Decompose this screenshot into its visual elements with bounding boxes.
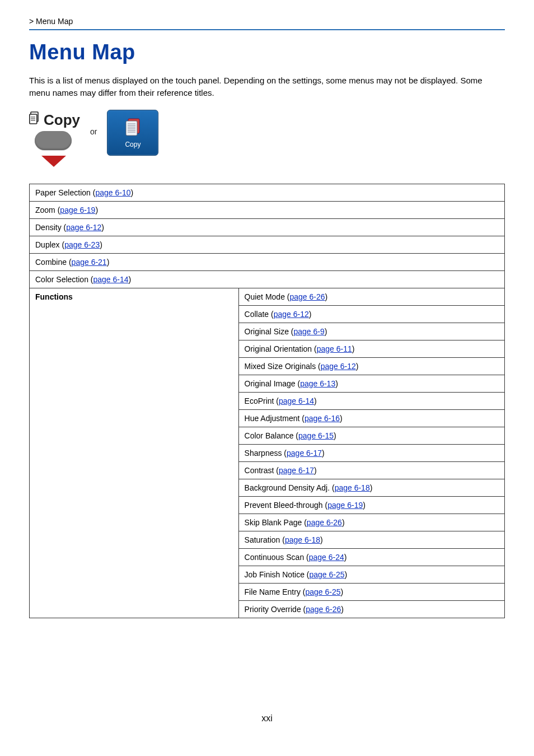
table-cell: File Name Entry (page 6-25)	[238, 583, 504, 600]
page-link[interactable]: page 6-14	[93, 275, 129, 284]
page-link[interactable]: page 6-13	[300, 379, 335, 388]
page-link[interactable]: page 6-18	[335, 483, 370, 492]
menu-item-label: File Name Entry (	[245, 587, 306, 596]
page-link[interactable]: page 6-23	[64, 240, 100, 249]
menu-item-label: Quiet Mode (	[245, 292, 290, 301]
page-link[interactable]: page 6-10	[95, 188, 130, 197]
page-link[interactable]: page 6-15	[298, 431, 334, 440]
menu-item-label: Continuous Scan (	[245, 553, 309, 562]
copy-doc-icon	[29, 111, 40, 125]
breadcrumb: > Menu Map	[29, 17, 505, 29]
menu-item-label: Contrast (	[245, 466, 279, 475]
table-row: Zoom (page 6-19)	[30, 201, 505, 218]
menu-table: Paper Selection (page 6-10)Zoom (page 6-…	[29, 184, 505, 618]
page-link[interactable]: page 6-25	[305, 587, 340, 596]
table-cell: Sharpness (page 6-17)	[238, 444, 504, 461]
table-cell: Zoom (page 6-19)	[30, 201, 505, 218]
page-link[interactable]: page 6-12	[274, 310, 309, 319]
menu-item-label: Collate (	[245, 310, 274, 319]
menu-item-label: Hue Adjustment (	[245, 414, 305, 423]
menu-item-label: Density (	[35, 223, 66, 232]
table-cell: Continuous Scan (page 6-24)	[238, 548, 504, 566]
menu-item-label: Duplex (	[35, 240, 64, 249]
table-row: Paper Selection (page 6-10)	[30, 184, 505, 201]
table-cell: Job Finish Notice (page 6-25)	[238, 566, 504, 583]
table-cell: Skip Blank Page (page 6-26)	[238, 514, 504, 531]
page-link[interactable]: page 6-9	[293, 327, 324, 336]
menu-item-label: Paper Selection (	[35, 188, 95, 197]
table-cell: Color Balance (page 6-15)	[238, 427, 504, 444]
menu-item-label: Background Density Adj. (	[245, 483, 335, 492]
page-link[interactable]: page 6-12	[321, 362, 356, 371]
menu-item-label: Prevent Bleed-through (	[245, 501, 328, 510]
menu-item-label: Color Selection (	[35, 275, 93, 284]
menu-item-label: Saturation (	[245, 535, 285, 544]
intro-text: This is a list of menus displayed on the…	[29, 74, 505, 99]
page-link[interactable]: page 6-25	[309, 570, 344, 579]
copy-softkey[interactable]: Copy	[107, 110, 158, 156]
paper-stack-icon	[122, 117, 143, 138]
hardkey-button[interactable]	[35, 131, 72, 150]
menu-item-label: Zoom (	[35, 206, 60, 214]
table-cell: Quiet Mode (page 6-26)	[238, 288, 504, 305]
functions-label-cell: Functions	[30, 288, 239, 618]
copy-controls: Copy or Copy	[29, 111, 505, 167]
table-cell: Hue Adjustment (page 6-16)	[238, 409, 504, 427]
menu-item-label: EcoPrint (	[245, 396, 279, 405]
table-cell: Combine (page 6-21)	[30, 253, 505, 270]
table-cell: EcoPrint (page 6-14)	[238, 392, 504, 409]
table-cell: Saturation (page 6-18)	[238, 531, 504, 548]
page-title: Menu Map	[29, 40, 505, 64]
or-label: or	[90, 127, 97, 136]
table-cell: Background Density Adj. (page 6-18)	[238, 479, 504, 496]
page-link[interactable]: page 6-16	[305, 414, 340, 423]
table-cell: Paper Selection (page 6-10)	[30, 184, 505, 201]
menu-item-label: Sharpness (	[245, 449, 287, 458]
menu-item-label: Skip Blank Page (	[245, 518, 307, 527]
menu-item-label: Mixed Size Originals (	[245, 362, 321, 371]
page-number: xxi	[29, 713, 505, 724]
svg-rect-6	[126, 121, 137, 136]
page-link[interactable]: page 6-26	[307, 518, 342, 527]
page-link[interactable]: page 6-17	[287, 449, 322, 458]
table-cell: Prevent Bleed-through (page 6-19)	[238, 496, 504, 514]
copy-softkey-label: Copy	[125, 141, 140, 148]
copy-hardkey: Copy	[29, 111, 80, 167]
divider	[29, 29, 505, 30]
copy-hardkey-label: Copy	[44, 111, 80, 129]
table-row: Combine (page 6-21)	[30, 253, 505, 270]
menu-item-label: Color Balance (	[245, 431, 299, 440]
table-cell: Duplex (page 6-23)	[30, 236, 505, 253]
menu-item-label: Job Finish Notice (	[245, 570, 310, 579]
table-row: Color Selection (page 6-14)	[30, 270, 505, 288]
menu-item-label: Original Size (	[245, 327, 294, 336]
table-row: Density (page 6-12)	[30, 218, 505, 236]
page-link[interactable]: page 6-26	[289, 292, 325, 301]
page-link[interactable]: page 6-18	[285, 535, 320, 544]
page-link[interactable]: page 6-26	[306, 605, 341, 614]
menu-item-label: Original Image (	[245, 379, 301, 388]
table-cell: Collate (page 6-12)	[238, 305, 504, 323]
table-row: FunctionsQuiet Mode (page 6-26)	[30, 288, 505, 305]
page-link[interactable]: page 6-12	[66, 223, 101, 232]
table-cell: Original Size (page 6-9)	[238, 323, 504, 340]
menu-item-label: Priority Override (	[245, 605, 306, 614]
table-cell: Mixed Size Originals (page 6-12)	[238, 357, 504, 375]
table-cell: Priority Override (page 6-26)	[238, 600, 504, 618]
table-cell: Density (page 6-12)	[30, 218, 505, 236]
page-link[interactable]: page 6-24	[309, 553, 344, 562]
table-row: Duplex (page 6-23)	[30, 236, 505, 253]
table-cell: Original Image (page 6-13)	[238, 375, 504, 392]
table-cell: Color Selection (page 6-14)	[30, 270, 505, 288]
menu-item-label: Combine (	[35, 258, 72, 267]
table-cell: Original Orientation (page 6-11)	[238, 340, 504, 357]
page-link[interactable]: page 6-19	[327, 501, 363, 510]
menu-item-label: Original Orientation (	[245, 344, 317, 353]
page-link[interactable]: page 6-17	[279, 466, 314, 475]
page-link[interactable]: page 6-11	[317, 344, 352, 353]
table-cell: Contrast (page 6-17)	[238, 461, 504, 479]
page-link[interactable]: page 6-14	[279, 396, 314, 405]
page-link[interactable]: page 6-19	[60, 206, 95, 214]
page-link[interactable]: page 6-21	[72, 258, 107, 267]
down-triangle-icon	[41, 156, 66, 167]
